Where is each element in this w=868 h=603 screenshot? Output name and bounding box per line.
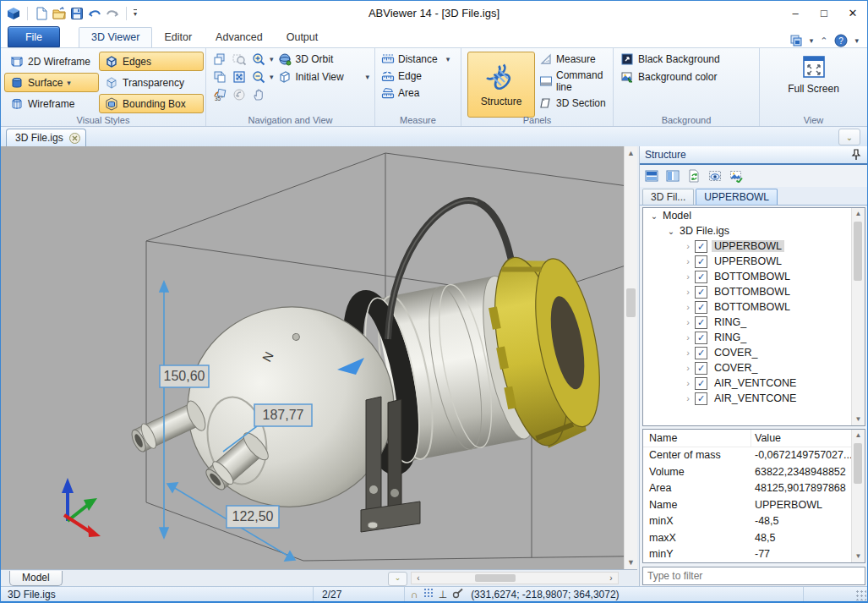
initial-view-icon[interactable] [276,69,293,85]
status-page-indicator[interactable]: 2/27 [314,587,405,601]
tree-scrollbar[interactable]: ▲▼ [851,208,865,425]
edge-label[interactable]: Edge [398,70,422,82]
previous-view-icon[interactable] [231,87,248,102]
surface-caret[interactable]: ▾ [67,79,71,87]
3d-viewport[interactable]: N [1,146,624,569]
collapse-icon[interactable]: ⌄ [665,227,677,236]
expand-icon[interactable]: › [682,256,694,266]
3d-orbit-icon[interactable] [276,52,293,67]
grid-scrollbar[interactable]: ▲▼ [851,430,865,562]
zoom-in-caret[interactable]: ▾ [270,55,274,63]
horizontal-layout-icon[interactable] [645,169,658,183]
grid-header-name[interactable]: Name [643,430,751,447]
visibility-checkbox[interactable]: ✓ [695,377,707,390]
visibility-checkbox[interactable]: ✓ [695,301,707,314]
property-row[interactable]: minX-48,5 [643,513,852,530]
bounding-box-button[interactable]: Bounding Box [99,94,204,113]
visibility-checkbox[interactable]: ✓ [695,255,707,268]
tree-item[interactable]: ›✓BOTTOMBOWL [643,269,852,284]
snap-osnap-icon[interactable] [452,588,463,601]
tree-item[interactable]: ›✓BOTTOMBOWL [643,299,852,315]
property-row[interactable]: Volume63822,2348948852 [643,463,852,480]
zoom-extents-icon[interactable] [231,69,248,85]
viewport-hscrollbar[interactable]: ‹ › [411,572,619,584]
vertical-layout-icon[interactable] [666,169,680,183]
expand-icon[interactable]: › [682,317,694,327]
background-color-label[interactable]: Background color [638,71,717,83]
close-tab-icon[interactable] [69,133,80,144]
structure-tab-upperbowl[interactable]: UPPERBOWL [696,189,778,205]
show-selected-icon[interactable] [708,169,722,183]
zoom-window-icon[interactable] [231,52,248,67]
property-row[interactable]: Area48125,9017897868 [643,480,852,497]
tab-3d-viewer[interactable]: 3D Viewer [79,27,152,47]
initial-view-label[interactable]: Initial View [296,71,344,83]
structure-panel-button[interactable]: Structure [467,52,535,118]
tree-item[interactable]: ›✓COVER_ [643,360,852,376]
transparency-button[interactable]: Transparency [99,73,204,92]
help-caret[interactable]: ▾ [854,36,859,45]
expand-icon[interactable]: › [682,348,694,358]
expand-icon[interactable]: › [682,332,694,343]
wireframe-button[interactable]: Wireframe [4,94,99,113]
window-switch-caret[interactable]: ▾ [810,36,814,45]
undo-icon[interactable] [88,7,101,20]
expand-icon[interactable]: › [682,393,694,403]
pin-icon[interactable] [849,148,863,162]
sheet-tab-model[interactable]: Model [9,571,63,586]
tab-advanced[interactable]: Advanced [204,28,275,47]
viewports-icon[interactable] [211,69,228,85]
visibility-checkbox[interactable]: ✓ [695,286,707,299]
tree-node-file[interactable]: ⌄3D File.igs [643,223,852,238]
scroll-down-arrow[interactable]: ▼ [625,556,637,569]
tab-list-chevron-button[interactable]: ⌄ [838,129,860,145]
surface-button[interactable]: Surface▾ [4,73,99,92]
rotate-35-icon[interactable]: 35° [211,87,228,102]
pan-hand-icon[interactable] [250,87,267,102]
measure-panel-label[interactable]: Measure [556,53,596,65]
expand-icon[interactable]: › [682,241,694,251]
resize-grip[interactable] [854,589,866,600]
document-tab[interactable]: 3D File.igs [6,129,86,146]
copy-view-icon[interactable] [211,52,228,67]
distance-caret[interactable]: ▾ [446,55,450,63]
grid-header-value[interactable]: Value [751,432,852,444]
structure-tab-file[interactable]: 3D Fil... [642,189,694,205]
maximize-button[interactable]: □ [810,1,838,25]
snap-grid-icon[interactable] [423,588,434,600]
scroll-right-arrow[interactable]: › [604,573,618,583]
new-file-icon[interactable] [35,7,48,20]
structure-panel-header[interactable]: Structure [640,146,868,165]
visibility-checkbox[interactable]: ✓ [695,332,707,344]
redo-icon[interactable] [106,7,119,20]
collapse-ribbon-icon[interactable]: ⌃ [820,36,827,47]
expand-icon[interactable]: › [682,287,694,297]
2d-wireframe-button[interactable]: 2D Wireframe [4,52,99,71]
viewport-vscrollbar[interactable]: ▲ ▼ [624,146,637,569]
zoom-to-selected-icon[interactable] [729,169,743,183]
viewport-vscroll-thumb[interactable] [626,288,636,317]
tree-item[interactable]: ›✓BOTTOMBOWL [643,284,852,299]
full-screen-button[interactable]: Full Screen [760,53,867,96]
command-line-label[interactable]: Command line [556,69,613,93]
app-logo-icon[interactable] [7,7,20,20]
edges-button[interactable]: Edges [99,52,204,71]
area-label[interactable]: Area [398,87,419,99]
zoom-out-icon[interactable] [250,69,267,85]
qat-customize-caret[interactable]: ▾ [134,9,137,17]
visibility-checkbox[interactable]: ✓ [695,392,707,405]
window-switch-icon[interactable] [789,34,803,47]
expand-icon[interactable]: › [682,363,694,373]
snap-arc-icon[interactable]: ∩ [411,589,418,600]
tab-output[interactable]: Output [275,28,330,47]
property-row[interactable]: maxX48,5 [643,529,852,546]
visibility-checkbox[interactable]: ✓ [695,271,707,283]
3d-section-label[interactable]: 3D Section [556,97,606,109]
black-background-label[interactable]: Black Background [638,53,720,65]
file-menu-button[interactable]: File [8,26,60,47]
save-file-icon[interactable] [70,7,84,20]
zoom-out-caret[interactable]: ▾ [270,73,274,81]
sheet-list-chevron-button[interactable]: ⌄ [388,572,407,586]
visibility-checkbox[interactable]: ✓ [695,316,707,329]
property-row[interactable]: Center of mass-0,0672149757027... [643,447,852,464]
